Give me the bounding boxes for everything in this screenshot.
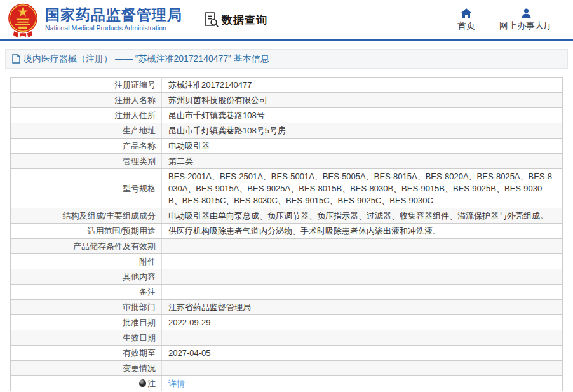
nav-home-label: 首页 xyxy=(457,20,475,32)
nav-home[interactable]: 首页 xyxy=(457,8,475,32)
table-row: 附件 xyxy=(11,254,563,269)
table-row: 备注 xyxy=(11,285,563,300)
table-row: 有效期至 2027-04-05 xyxy=(11,346,563,361)
row-label: 有效期至 xyxy=(11,346,162,361)
row-label: 注册人名称 xyxy=(11,93,162,108)
table-row: 适用范围/预期用途 供医疗机构吸除患者气道内分泌物、手术时吸除患者体内渗出液和冲… xyxy=(11,224,563,239)
bulb-icon xyxy=(139,379,146,387)
table-row: 生产地址 昆山市千灯镇龚巷路108号5号房 xyxy=(11,123,563,139)
row-value: 电动吸引器 xyxy=(162,139,563,154)
table-row: 注 详情 xyxy=(11,376,563,391)
row-value: 2027-04-05 xyxy=(162,346,563,361)
national-emblem-icon xyxy=(6,3,39,38)
breadcrumb-text: 境内医疗器械（注册） —— “苏械注准20172140477” 基本信息 xyxy=(24,53,269,65)
row-value: 苏州贝茵科技股份有限公司 xyxy=(162,93,563,108)
data-query-label: 数据查询 xyxy=(222,13,267,27)
row-value xyxy=(162,254,563,269)
row-label: 型号规格 xyxy=(11,169,162,208)
row-value: 供医疗机构吸除患者气道内分泌物、手术时吸除患者体内渗出液和冲洗液。 xyxy=(162,224,563,239)
table-row: 其他内容 xyxy=(11,269,563,285)
row-label: 管理类别 xyxy=(11,154,162,169)
row-label: 产品名称 xyxy=(11,139,162,154)
document-search-icon xyxy=(204,11,219,28)
table-row: 注册证编号 苏械注准20172140477 xyxy=(11,78,563,93)
row-value xyxy=(162,361,563,376)
table-row: 变更情况 xyxy=(11,361,563,376)
person-icon xyxy=(521,8,532,18)
row-label: 生产地址 xyxy=(11,123,162,139)
row-label: 注册证编号 xyxy=(11,78,162,93)
nav-service-hall-label: 网上办事大厅 xyxy=(499,20,553,32)
table-row: 管理类别 第二类 xyxy=(11,154,563,169)
row-value xyxy=(162,239,563,254)
table-row: 生效日期 xyxy=(11,330,563,346)
table-row: 注册人住所 昆山市千灯镇龚巷路108号 xyxy=(11,108,563,123)
agency-title-block: 国家药品监督管理局 National Medical Products Admi… xyxy=(45,7,182,32)
breadcrumb: 境内医疗器械（注册） —— “苏械注准20172140477” 基本信息 xyxy=(5,49,568,69)
row-value: BES-2001A、BES-2501A、BES-5001A、BES-5005A、… xyxy=(162,169,563,208)
row-label: 产品储存条件及有效期 xyxy=(11,239,162,254)
row-label: 变更情况 xyxy=(11,361,162,376)
agency-name-cn: 国家药品监督管理局 xyxy=(45,7,182,23)
row-value xyxy=(162,269,563,285)
row-value: 第二类 xyxy=(162,154,563,169)
row-label: 生效日期 xyxy=(11,330,162,346)
row-label: 适用范围/预期用途 xyxy=(11,224,162,239)
row-label: 备注 xyxy=(11,285,162,300)
row-label: 注册人住所 xyxy=(11,108,162,123)
row-value: 电动吸引器由单向泵总成、负压调节器、负压指示器、过滤器、收集容器组件、溢流保护器… xyxy=(162,208,563,224)
data-query-button[interactable]: 数据查询 xyxy=(204,11,267,28)
row-label: 批准日期 xyxy=(11,315,162,330)
home-icon xyxy=(461,8,472,18)
nav-service-hall[interactable]: 网上办事大厅 xyxy=(499,8,553,32)
table-row: 型号规格 BES-2001A、BES-2501A、BES-5001A、BES-5… xyxy=(11,169,563,208)
row-value: 江苏省药品监督管理局 xyxy=(162,300,563,315)
info-table: 注册证编号 苏械注准20172140477 注册人名称 苏州贝茵科技股份有限公司… xyxy=(10,77,563,391)
row-value: 苏械注准20172140477 xyxy=(162,78,563,93)
row-value xyxy=(162,330,563,346)
document-icon xyxy=(12,54,20,64)
row-label: 附件 xyxy=(11,254,162,269)
row-label: 其他内容 xyxy=(11,269,162,285)
row-value: 详情 xyxy=(162,376,563,391)
table-row: 产品名称 电动吸引器 xyxy=(11,139,563,154)
agency-name-en: National Medical Products Administration xyxy=(45,25,182,32)
row-label: 审批部门 xyxy=(11,300,162,315)
table-row: 结构及组成/主要组成成分 电动吸引器由单向泵总成、负压调节器、负压指示器、过滤器… xyxy=(11,208,563,224)
row-value xyxy=(162,285,563,300)
detail-link[interactable]: 详情 xyxy=(168,379,185,388)
row-label: 结构及组成/主要组成成分 xyxy=(11,208,162,224)
table-row: 注册人名称 苏州贝茵科技股份有限公司 xyxy=(11,93,563,108)
info-table-body: 注册证编号 苏械注准20172140477 注册人名称 苏州贝茵科技股份有限公司… xyxy=(11,78,563,391)
table-row: 审批部门 江苏省药品监督管理局 xyxy=(11,300,563,315)
row-label: 注 xyxy=(11,376,162,391)
table-row: 产品储存条件及有效期 xyxy=(11,239,563,254)
agency-logo-group: 国家药品监督管理局 National Medical Products Admi… xyxy=(6,1,182,38)
row-value: 2022-09-29 xyxy=(162,315,563,330)
row-value: 昆山市千灯镇龚巷路108号5号房 xyxy=(162,123,563,139)
table-row: 批准日期 2022-09-29 xyxy=(11,315,563,330)
site-header: 国家药品监督管理局 National Medical Products Admi… xyxy=(0,0,573,41)
header-nav: 首页 网上办事大厅 xyxy=(457,8,553,32)
row-value: 昆山市千灯镇龚巷路108号 xyxy=(162,108,563,123)
